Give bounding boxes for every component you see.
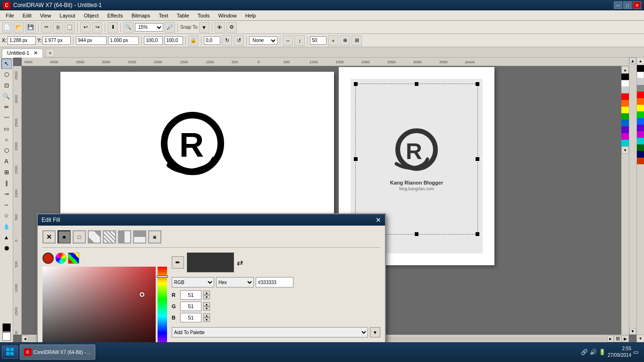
tab-close-icon[interactable]: ✕ — [33, 50, 38, 56]
tool-eyedropper[interactable]: 💧 — [1, 221, 12, 232]
minimize-button[interactable]: ─ — [614, 1, 622, 9]
color-swap-icon[interactable]: ⇄ — [237, 258, 243, 267]
palette-magenta[interactable] — [621, 133, 629, 140]
rotate-ccw[interactable]: ↺ — [234, 35, 244, 46]
rp-gray[interactable] — [637, 85, 644, 92]
menu-bitmaps[interactable]: Bitmaps — [128, 12, 154, 19]
hue-strip[interactable] — [158, 267, 167, 342]
tool-parallel[interactable]: ∥ — [1, 178, 12, 188]
width-input[interactable] — [76, 36, 107, 45]
tab-rgb[interactable] — [42, 253, 54, 264]
menu-table[interactable]: Table — [173, 12, 193, 19]
rp-dkblue[interactable] — [637, 151, 644, 158]
hex-format-select[interactable]: Hex% — [216, 277, 254, 287]
tool-ellipse[interactable]: ○ — [1, 135, 12, 145]
rp-yellow[interactable] — [637, 105, 644, 111]
menu-help[interactable]: Help — [242, 12, 260, 19]
rp-white[interactable] — [637, 72, 644, 78]
rp-red[interactable] — [637, 92, 644, 98]
fill-texture-btn[interactable] — [118, 230, 131, 244]
show-desktop-icon[interactable]: ▭ — [633, 349, 638, 355]
snap-btn[interactable]: ▼ — [199, 22, 209, 33]
scroll-options-btn[interactable]: ▶ — [621, 336, 629, 342]
fill-radial-btn[interactable] — [88, 230, 101, 244]
maximize-button[interactable]: □ — [623, 1, 632, 9]
size-options[interactable]: ⊕ — [340, 35, 350, 46]
palette-blue[interactable] — [621, 120, 629, 126]
lock-ratio-btn[interactable]: 🔒 — [188, 35, 199, 46]
undo-button[interactable]: ↩ — [80, 22, 91, 33]
menu-tools[interactable]: Tools — [194, 12, 214, 19]
tool-select[interactable]: ↖ — [1, 59, 12, 69]
grid-btn[interactable]: ⊞ — [351, 35, 362, 46]
tab-hsb[interactable] — [55, 253, 67, 264]
palette-scroll-up[interactable]: ▲ — [621, 66, 629, 74]
palette-white[interactable] — [621, 80, 629, 87]
rp-green[interactable] — [637, 111, 644, 118]
tool-fill[interactable]: ▲ — [1, 232, 12, 243]
start-button[interactable] — [2, 345, 18, 359]
g-input[interactable] — [180, 302, 201, 311]
tool-freehand[interactable]: ✏ — [1, 102, 12, 112]
tool-smartfill[interactable]: ⬢ — [1, 243, 12, 253]
format-select[interactable]: RGBCMYK — [172, 277, 214, 287]
menu-text[interactable]: Text — [155, 12, 172, 19]
canvas-scrollbar-right[interactable]: ▲ ▼ — [629, 58, 636, 335]
scroll-left-btn[interactable]: ◄ — [22, 336, 28, 342]
copy-button[interactable]: ⎘ — [53, 22, 63, 33]
new-tab-button[interactable]: + — [46, 49, 54, 57]
palette-green[interactable] — [621, 113, 629, 120]
close-button[interactable]: ✕ — [633, 1, 641, 9]
options-btn[interactable]: ⚙ — [226, 22, 237, 33]
palette-yellow[interactable] — [621, 107, 629, 113]
fill-linear-btn[interactable]: □ — [73, 230, 86, 244]
dialog-close-btn[interactable]: ✕ — [376, 216, 381, 224]
menu-edit[interactable]: Edit — [19, 12, 35, 19]
rp-magenta[interactable] — [637, 131, 644, 138]
menu-layout[interactable]: Layout — [56, 12, 79, 19]
color-square[interactable] — [42, 267, 156, 342]
paste-button[interactable]: 📋 — [65, 22, 75, 33]
y-input[interactable] — [42, 36, 71, 45]
tool-node[interactable]: ⬡ — [1, 69, 12, 80]
tab-cmyk[interactable] — [68, 253, 79, 264]
rp-black[interactable] — [637, 65, 644, 72]
menu-window[interactable]: Window — [215, 12, 241, 19]
rotate-cw[interactable]: ↻ — [222, 35, 232, 46]
palette-purple[interactable] — [621, 126, 629, 133]
b-input[interactable] — [180, 313, 201, 322]
b-up-btn[interactable]: ▲ — [203, 313, 210, 318]
cut-button[interactable]: ✂ — [41, 22, 51, 33]
view-btn[interactable]: 👁 — [215, 22, 225, 33]
palette-gray[interactable] — [621, 87, 629, 93]
tool-rectangle[interactable]: ▭ — [1, 124, 12, 134]
b-down-btn[interactable]: ▼ — [203, 318, 210, 322]
tool-connector[interactable]: ⊸ — [1, 189, 12, 199]
save-button[interactable]: 💾 — [25, 22, 36, 33]
palette-red[interactable] — [621, 93, 629, 100]
tool-smartdraw[interactable]: 〰 — [1, 113, 12, 123]
height-pct-input[interactable] — [164, 36, 183, 45]
size-input[interactable] — [310, 36, 326, 45]
scroll-right-btn[interactable]: ► — [607, 336, 614, 342]
rp-dkgreen[interactable] — [637, 144, 644, 151]
height-input[interactable] — [108, 36, 139, 45]
menu-view[interactable]: View — [36, 12, 55, 19]
tab-untitled1[interactable]: Untitled-1 ✕ — [2, 49, 43, 58]
r-input[interactable] — [180, 290, 201, 300]
fill-solid-btn[interactable]: ■ — [58, 230, 71, 244]
angle-input[interactable] — [204, 36, 220, 45]
eyedropper-btn[interactable]: ✒ — [172, 256, 184, 269]
r-up-btn[interactable]: ▲ — [203, 291, 210, 295]
rp-orange[interactable] — [637, 98, 644, 105]
g-down-btn[interactable]: ▼ — [203, 306, 210, 311]
fill-select[interactable]: None — [249, 36, 277, 45]
tool-measure[interactable]: ↔ — [1, 200, 12, 210]
tool-crop[interactable]: ⊡ — [1, 80, 12, 91]
zoom-in-button[interactable]: 🔍 — [123, 22, 134, 33]
zoom-select[interactable]: 15%25%50%100% — [135, 23, 163, 32]
tool-interactive[interactable]: ☆ — [1, 210, 12, 221]
mirror-h[interactable]: ↔ — [283, 35, 293, 46]
palette-black[interactable] — [621, 74, 629, 80]
r-down-btn[interactable]: ▼ — [203, 295, 210, 299]
